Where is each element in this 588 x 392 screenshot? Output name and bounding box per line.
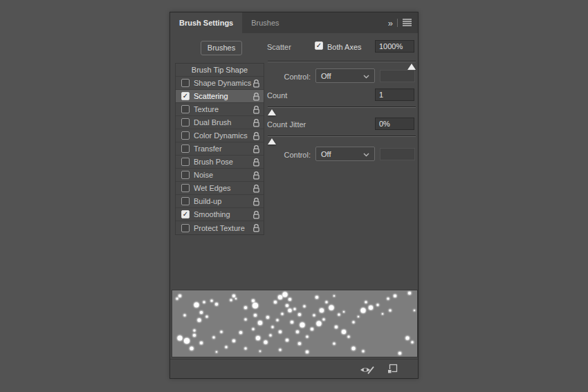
list-item-brush-pose[interactable]: Brush Pose <box>176 156 264 169</box>
count-jitter-slider-track <box>268 136 416 137</box>
control2-dropdown[interactable]: Off <box>315 147 375 161</box>
scatter-dot <box>286 339 288 342</box>
create-new-brush-icon[interactable] <box>385 364 400 375</box>
tab-brush-settings[interactable]: Brush Settings <box>170 12 242 33</box>
scatter-dot <box>225 346 227 348</box>
unlock-icon[interactable] <box>252 132 260 140</box>
brush-settings-panel: Brush Settings Brushes » Brushes Brush T… <box>169 12 419 379</box>
list-item-shape-dynamics[interactable]: Shape Dynamics <box>176 77 264 90</box>
count-slider-thumb[interactable] <box>268 109 276 115</box>
brushes-button[interactable]: Brushes <box>201 41 242 55</box>
scatter-dot <box>245 319 247 321</box>
scatter-dot <box>298 342 301 345</box>
scatter-dot <box>358 316 359 317</box>
list-item-texture[interactable]: Texture <box>176 103 264 116</box>
checkbox[interactable] <box>181 118 190 127</box>
unlock-icon[interactable] <box>252 106 260 114</box>
scatter-dot <box>239 331 242 334</box>
checkbox[interactable] <box>181 144 190 153</box>
unlock-icon[interactable] <box>252 198 260 206</box>
scatter-dot <box>282 312 284 315</box>
scatter-dot <box>315 296 318 299</box>
count-value-input[interactable] <box>375 88 414 101</box>
scatter-dot <box>361 308 366 312</box>
list-item-build-up[interactable]: Build-up <box>176 195 264 208</box>
scatter-dot <box>216 351 217 353</box>
scatter-dot <box>230 299 232 301</box>
panel-menu-icon[interactable] <box>403 19 412 28</box>
list-item-smoothing[interactable]: ✓Smoothing <box>176 208 264 221</box>
checkbox[interactable] <box>181 158 190 166</box>
scatter-dot <box>294 308 296 310</box>
scatter-dot <box>203 301 205 304</box>
count-jitter-slider[interactable] <box>268 136 416 145</box>
scatter-dot <box>342 330 346 334</box>
checkbox[interactable] <box>181 131 190 140</box>
list-item-dual-brush[interactable]: Dual Brush <box>176 116 264 129</box>
unlock-icon[interactable] <box>252 171 260 180</box>
list-item-noise[interactable]: Noise <box>176 169 264 182</box>
scatter-dot <box>264 340 267 344</box>
unlock-icon[interactable] <box>252 93 260 101</box>
count-label: Count <box>267 91 287 100</box>
unlock-icon[interactable] <box>252 145 260 153</box>
scatter-dot <box>329 305 334 310</box>
scatter-dot <box>190 347 194 351</box>
scatter-dot <box>252 299 255 302</box>
count-slider[interactable] <box>268 106 416 116</box>
checkbox[interactable] <box>181 79 190 87</box>
checkbox[interactable]: ✓ <box>181 92 190 100</box>
count-jitter-value-input[interactable] <box>375 118 414 130</box>
scatter-dot <box>258 321 262 325</box>
scatter-dot <box>194 303 199 308</box>
scatter-dot <box>288 298 291 301</box>
chevron-down-icon <box>363 150 369 158</box>
list-item-color-dynamics[interactable]: Color Dynamics <box>176 129 264 142</box>
list-item-label: Scattering <box>194 92 228 100</box>
scatter-dot <box>232 339 235 342</box>
both-axes-checkbox[interactable]: ✓ <box>315 41 323 50</box>
unlock-icon[interactable] <box>252 158 260 167</box>
scatter-dot <box>382 313 383 315</box>
count-jitter-slider-thumb[interactable] <box>268 138 276 144</box>
scatter-dot <box>291 321 293 324</box>
scatter-dot <box>387 297 389 299</box>
scatter-dot <box>408 292 411 295</box>
scatter-dot <box>398 352 401 355</box>
scatter-dot <box>193 329 195 331</box>
unlock-icon[interactable] <box>252 211 260 219</box>
unlock-icon[interactable] <box>252 80 260 88</box>
scatter-slider-thumb[interactable] <box>407 64 416 70</box>
checkbox[interactable] <box>181 171 190 179</box>
brush-stroke-preview-toggle-icon[interactable] <box>360 364 375 375</box>
tab-brushes[interactable]: Brushes <box>242 12 288 33</box>
tabbar-divider <box>397 19 398 27</box>
checkbox[interactable] <box>181 105 190 113</box>
scatter-dot <box>320 308 324 312</box>
control2-label: Control: <box>267 151 311 159</box>
unlock-icon[interactable] <box>252 224 260 232</box>
checkbox[interactable]: ✓ <box>181 210 190 218</box>
checkbox[interactable] <box>181 197 190 205</box>
photoshop-canvas: { "colors": { "workspace_bg": "#535353",… <box>0 0 588 392</box>
scatter-dot <box>313 315 315 317</box>
collapse-panel-icon[interactable]: » <box>388 18 392 28</box>
list-item-label: Noise <box>194 171 213 179</box>
scatter-label: Scatter <box>267 43 291 51</box>
list-item-transfer[interactable]: Transfer <box>176 142 264 156</box>
list-item-protect-texture[interactable]: Protect Texture <box>176 221 264 234</box>
checkbox[interactable] <box>181 184 190 192</box>
scatter-value-input[interactable] <box>375 40 414 53</box>
scatter-dot <box>200 311 203 314</box>
scatter-dot <box>326 301 328 304</box>
list-item-brush-tip-shape[interactable]: Brush Tip Shape <box>176 64 264 77</box>
control1-dropdown[interactable]: Off <box>315 68 375 83</box>
count-jitter-label: Count Jitter <box>267 120 306 129</box>
scatter-dot <box>272 326 274 328</box>
list-item-wet-edges[interactable]: Wet Edges <box>176 182 264 195</box>
unlock-icon[interactable] <box>252 185 260 193</box>
unlock-icon[interactable] <box>252 119 260 127</box>
list-item-label: Dual Brush <box>194 118 231 127</box>
list-item-scattering[interactable]: ✓Scattering <box>176 90 264 103</box>
checkbox[interactable] <box>181 224 190 232</box>
